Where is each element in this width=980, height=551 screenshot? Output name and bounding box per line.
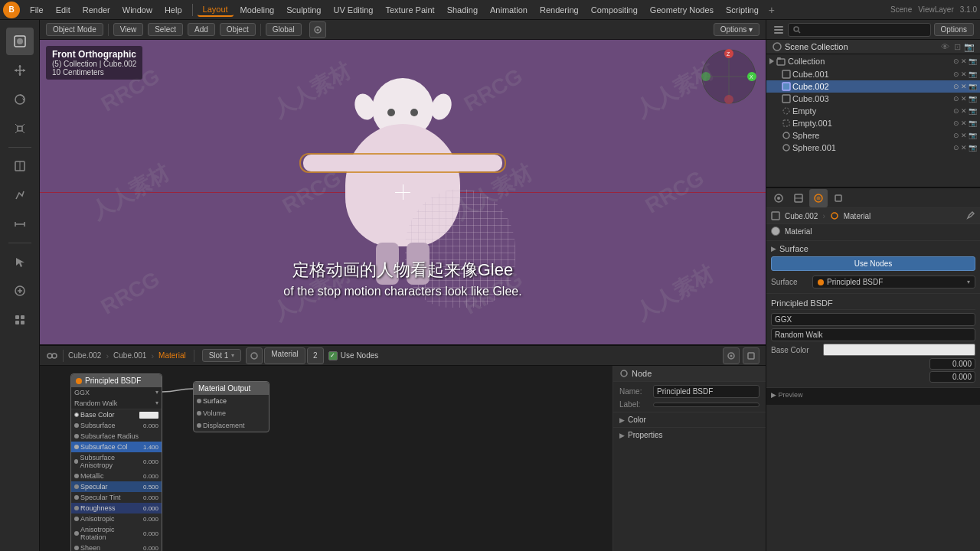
sc-empty-item[interactable]: Empty ⊙ ✕ 📷 — [766, 105, 980, 117]
restrict-icon[interactable]: ⊡ — [952, 42, 962, 51]
random-walk-dropdown[interactable]: Random Walk — [771, 328, 975, 341]
prop-tab-object[interactable] — [829, 189, 848, 207]
svg-point-43 — [730, 354, 733, 357]
menu-help[interactable]: Help — [159, 4, 188, 16]
node-color-section: ▶ Color — [613, 412, 766, 428]
node-name-input[interactable]: Principled BSDF — [653, 385, 760, 398]
workspace-rendering[interactable]: Rendering — [534, 4, 584, 16]
surface-section-header[interactable]: ▶ Surface — [771, 244, 975, 253]
sphere-label: Sphere — [792, 131, 952, 140]
svg-rect-23 — [15, 315, 19, 319]
menu-window[interactable]: Window — [117, 4, 158, 16]
svg-point-39 — [52, 354, 57, 358]
node-canvas[interactable]: Principled BSDF GGX ▾ Random Walk ▾ — [40, 366, 612, 551]
use-nodes-toggle[interactable]: ✓ Use Nodes — [328, 351, 378, 360]
principled-bsdf-node[interactable]: Principled BSDF GGX ▾ Random Walk ▾ — [70, 373, 162, 551]
node-tool-1[interactable] — [723, 347, 740, 364]
vp-add-btn[interactable]: Add — [188, 23, 215, 36]
visibility-icon[interactable]: 👁 — [940, 42, 949, 51]
base-color-picker[interactable] — [823, 344, 975, 356]
prop-value-row-1: 0.000 — [771, 358, 975, 370]
node-editor-type-icon[interactable] — [46, 350, 58, 362]
sidebar-grid-icon[interactable] — [6, 306, 34, 334]
material-output-node[interactable]: Material Output Surface Volume Displacem… — [193, 381, 270, 432]
empty-label: Empty — [792, 106, 952, 116]
menu-render[interactable]: Render — [77, 4, 116, 16]
menu-file[interactable]: File — [24, 4, 49, 16]
sidebar-viewport-icon[interactable] — [6, 28, 34, 55]
sc-sphere-item[interactable]: Sphere ⊙ ✕ 📷 — [766, 129, 980, 142]
render-icon[interactable]: 📷 — [965, 42, 974, 51]
sidebar-annotate-icon[interactable] — [6, 181, 34, 209]
vp-object-btn[interactable]: Object — [220, 23, 256, 36]
node-distribution-row: GGX ▾ — [71, 387, 162, 398]
node-specular-tint-row: Specular Tint 0.000 — [71, 492, 162, 503]
sidebar-measure-icon[interactable] — [6, 210, 34, 238]
workspace-uv[interactable]: UV Editing — [328, 4, 378, 16]
sc-collection-item[interactable]: Collection ⊙ ✕ 📷 — [766, 54, 980, 68]
workspace-layout[interactable]: Layout — [198, 3, 234, 17]
value-input-1[interactable]: 0.000 — [929, 358, 975, 370]
workspace-texture-paint[interactable]: Texture Paint — [380, 4, 439, 16]
workspace-sculpting[interactable]: Sculpting — [281, 4, 326, 16]
use-nodes-checkbox[interactable]: ✓ — [328, 351, 338, 360]
sidebar-scale-icon[interactable] — [6, 115, 34, 142]
prop-tab-render[interactable] — [769, 189, 788, 207]
workspace-geometry-nodes[interactable]: Geometry Nodes — [645, 4, 719, 16]
node-label-input[interactable] — [653, 403, 760, 407]
sc-sphere001-item[interactable]: Sphere.001 ⊙ ✕ 📷 — [766, 142, 980, 154]
node-subsurface-col-row: Subsurface Col 1.400 — [71, 442, 162, 452]
workspace-add-btn[interactable]: + — [769, 4, 775, 16]
collection-vis-1[interactable]: ⊙ — [953, 57, 959, 65]
outliner-search[interactable] — [788, 23, 931, 37]
svg-rect-56 — [782, 95, 790, 103]
material-slot-num[interactable]: 2 — [307, 347, 324, 364]
workspace-shading[interactable]: Shading — [442, 4, 483, 16]
workspace-scripting[interactable]: Scripting — [720, 4, 764, 16]
value-input-2[interactable]: 0.000 — [929, 371, 975, 383]
svg-marker-5 — [18, 73, 21, 76]
sidebar-cursor-icon[interactable] — [6, 248, 34, 276]
node-editor-mesh: Cube.001 — [113, 351, 146, 360]
svg-rect-54 — [782, 70, 790, 78]
material-type-icon[interactable] — [246, 347, 263, 364]
slot-dropdown[interactable]: Slot 1 ▾ — [202, 349, 242, 362]
collection-label: Collection — [788, 57, 952, 66]
sidebar-add-icon[interactable] — [6, 277, 34, 305]
vp-view-btn[interactable]: View — [113, 23, 144, 36]
workspace-compositing[interactable]: Compositing — [586, 4, 643, 16]
sc-cube001-item[interactable]: Cube.001 ⊙ ✕ 📷 — [766, 68, 980, 80]
outliner-options-btn[interactable]: Options — [934, 23, 974, 36]
menu-edit[interactable]: Edit — [51, 4, 76, 16]
snap-icon[interactable] — [309, 21, 326, 38]
sidebar-move-icon[interactable] — [6, 57, 34, 84]
navigation-gizmo[interactable]: Z X — [698, 46, 760, 107]
sc-empty001-item[interactable]: Empty.001 ⊙ ✕ 📷 — [766, 117, 980, 129]
vp-mode-btn[interactable]: Object Mode — [46, 23, 103, 36]
svg-marker-6 — [15, 69, 17, 72]
node-properties-header[interactable]: ▶ Properties — [619, 431, 760, 439]
ggx-dropdown[interactable]: GGX — [771, 313, 975, 326]
collection-vis-2[interactable]: ✕ — [961, 57, 967, 65]
prop-tab-output[interactable] — [789, 189, 808, 207]
svg-point-69 — [831, 213, 838, 219]
sc-cube002-item[interactable]: Cube.002 ⊙ ✕ 📷 — [766, 80, 980, 93]
options-btn[interactable]: Options ▾ — [714, 23, 760, 36]
prop-tab-material[interactable] — [809, 189, 828, 207]
workspace-modeling[interactable]: Modeling — [235, 4, 280, 16]
sc-cube003-item[interactable]: Cube.003 ⊙ ✕ 📷 — [766, 93, 980, 105]
sidebar-rotate-icon[interactable] — [6, 86, 34, 113]
sidebar-transform-icon[interactable] — [6, 152, 34, 180]
ggx-row: GGX — [771, 313, 975, 326]
use-nodes-button[interactable]: Use Nodes — [771, 256, 975, 271]
surface-type-dropdown[interactable]: Principled BSDF ▾ — [812, 276, 975, 289]
vp-select-btn[interactable]: Select — [148, 23, 183, 36]
vp-transform-btn[interactable]: Global — [266, 23, 302, 36]
node-tool-2[interactable] — [743, 347, 760, 364]
node-subsurface-radius-row: Subsurface Radius — [71, 431, 162, 442]
workspace-animation[interactable]: Animation — [485, 4, 533, 16]
viewport-canvas[interactable]: RRCG人人素材RRCG人人素材 人人素材RRCG人人素材RRCG RRCG人人… — [40, 40, 766, 344]
collection-vis-3[interactable]: 📷 — [969, 57, 977, 65]
node-color-header[interactable]: ▶ Color — [619, 416, 760, 424]
prop-edit-icon[interactable] — [966, 210, 975, 221]
